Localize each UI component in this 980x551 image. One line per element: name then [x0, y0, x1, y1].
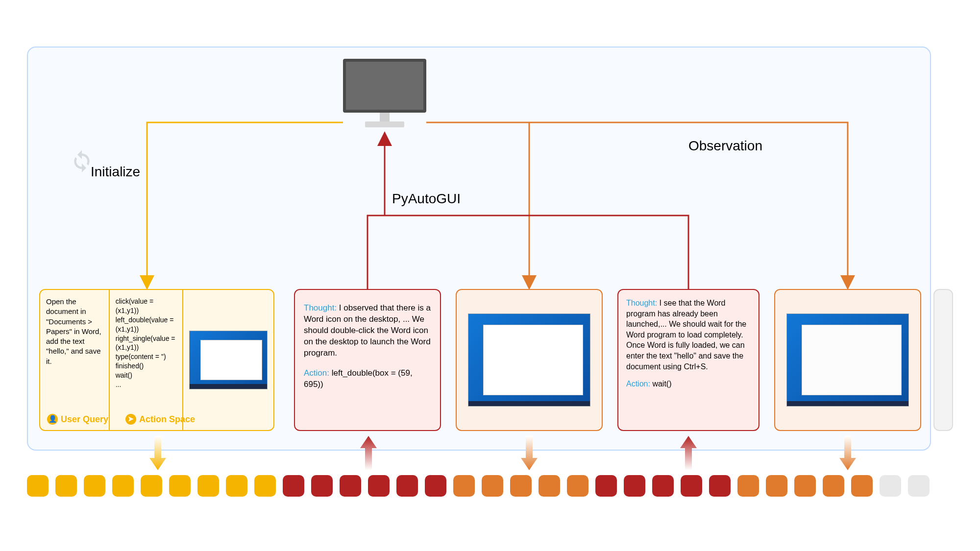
token: [510, 475, 532, 497]
token: [226, 475, 247, 497]
cursor-icon: ➤: [125, 414, 136, 425]
user-query-text: Open the document in "Documents > Papers…: [46, 297, 103, 366]
action-space-item: click(value = (x1,y1)): [116, 297, 176, 315]
action-space-list: click(value = (x1,y1))left_double(value …: [110, 290, 183, 430]
initialize-card: Open the document in "Documents > Papers…: [39, 289, 274, 431]
token: [709, 475, 731, 497]
token: [766, 475, 787, 497]
action-space-item: right_single(value = (x1,y1)): [116, 334, 176, 353]
token: [624, 475, 645, 497]
down-arrow-icon: [839, 436, 856, 470]
action-space-item: type(content = ''): [116, 352, 176, 361]
token: [112, 475, 134, 497]
up-arrow-icon: [360, 436, 377, 470]
thought2-action: wait(): [652, 380, 671, 388]
token: [311, 475, 333, 497]
token: [368, 475, 390, 497]
action-space-item: ...: [116, 380, 176, 389]
token: [908, 475, 930, 497]
token: [737, 475, 759, 497]
thought-card-1: Thought: I observed that there is a Word…: [294, 289, 441, 431]
thought-label: Thought:: [626, 299, 657, 307]
token: [482, 475, 503, 497]
action-space-item: wait(): [116, 371, 176, 380]
token: [396, 475, 418, 497]
token: [851, 475, 873, 497]
thought-card-2: Thought: I see that the Word program has…: [617, 289, 760, 431]
token: [55, 475, 77, 497]
action-space-item: finished(): [116, 361, 176, 371]
observation-card-1: [456, 289, 603, 431]
down-arrow-icon: [149, 436, 166, 470]
obs2-screenshot: [786, 313, 909, 407]
token: [681, 475, 702, 497]
user-icon: 👤: [47, 414, 58, 425]
token: [27, 475, 49, 497]
token: [595, 475, 617, 497]
refresh-icon: [69, 147, 95, 173]
initialize-label: Initialize: [91, 164, 140, 180]
token: [254, 475, 276, 497]
pyautogui-label: PyAutoGUI: [392, 191, 461, 207]
token: [823, 475, 844, 497]
observation-label: Observation: [688, 138, 762, 154]
observation-card-2: [774, 289, 921, 431]
action-space-item: left_double(value = (x1,y1)): [116, 315, 176, 334]
thought2-text: I see that the Word program has already …: [626, 299, 746, 371]
token: [567, 475, 588, 497]
action-space-tag: Action Space: [139, 413, 195, 425]
down-arrow-icon: [521, 436, 538, 470]
action-label: Action:: [626, 380, 650, 388]
token: [453, 475, 475, 497]
thought-label: Thought:: [304, 303, 337, 312]
token: [283, 475, 304, 497]
token: [794, 475, 816, 497]
token: [197, 475, 219, 497]
user-query-tag: User Query: [61, 413, 108, 425]
token: [539, 475, 560, 497]
token: [880, 475, 901, 497]
init-screenshot: [189, 331, 268, 389]
token: [652, 475, 674, 497]
up-arrow-icon: [680, 436, 697, 470]
computer-icon: [343, 59, 426, 132]
obs1-screenshot: [468, 313, 590, 407]
next-card-peek: [933, 289, 953, 431]
token: [425, 475, 446, 497]
token-strip: [27, 475, 930, 497]
token: [84, 475, 105, 497]
token: [169, 475, 191, 497]
token: [141, 475, 162, 497]
token: [340, 475, 361, 497]
action-label: Action:: [304, 368, 329, 378]
